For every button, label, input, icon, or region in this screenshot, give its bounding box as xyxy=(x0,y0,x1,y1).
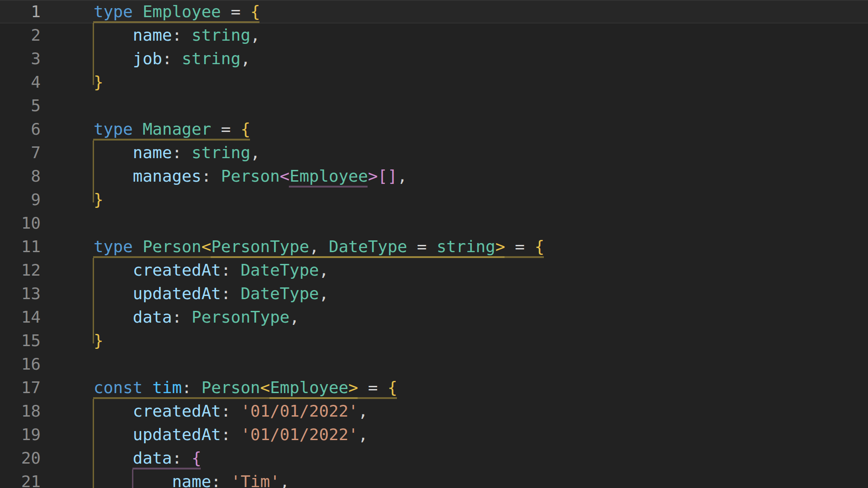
token-op xyxy=(94,49,133,68)
token-ty: string xyxy=(182,49,241,68)
token-op: = xyxy=(407,237,437,256)
token-ty: PersonType xyxy=(211,237,309,256)
line-number[interactable]: 5 xyxy=(0,94,41,117)
code-line-text[interactable]: type Person<PersonType, DateType = strin… xyxy=(94,235,544,258)
line-number[interactable]: 14 xyxy=(0,305,41,329)
code-line-15[interactable]: 15} xyxy=(0,329,868,352)
line-number[interactable]: 1 xyxy=(0,0,41,23)
code-line-text[interactable]: name: string, xyxy=(94,23,260,47)
line-number[interactable]: 21 xyxy=(0,470,41,488)
code-line-1[interactable]: 1type Employee = { xyxy=(0,0,868,23)
code-line-12[interactable]: 12 createdAt: DateType, xyxy=(0,258,868,282)
token-ty: string xyxy=(192,26,250,44)
token-ty: DateType xyxy=(241,284,319,303)
line-number[interactable]: 12 xyxy=(0,258,41,282)
token-b1: { xyxy=(241,120,250,138)
code-line-13[interactable]: 13 updatedAt: DateType, xyxy=(0,282,868,305)
code-line-text[interactable]: } xyxy=(94,188,104,211)
token-op: : xyxy=(211,472,231,488)
token-b1: > xyxy=(349,378,359,397)
line-number[interactable]: 16 xyxy=(0,352,41,376)
token-ty: DateType xyxy=(329,237,407,256)
code-line-4[interactable]: 4} xyxy=(0,70,868,94)
code-editor[interactable]: 1type Employee = {2 name: string,3 job: … xyxy=(0,0,868,488)
code-line-2[interactable]: 2 name: string, xyxy=(0,23,868,47)
code-line-text[interactable]: data: { xyxy=(94,446,201,470)
code-line-text[interactable]: updatedAt: DateType, xyxy=(94,282,329,305)
line-number[interactable]: 4 xyxy=(0,70,41,94)
token-op: , xyxy=(309,237,329,256)
token-b2: >[] xyxy=(368,167,397,185)
code-line-5[interactable]: 5 xyxy=(0,94,868,117)
line-number[interactable]: 11 xyxy=(0,235,41,258)
token-op: = xyxy=(358,378,387,397)
code-line-3[interactable]: 3 job: string, xyxy=(0,47,868,70)
line-number[interactable]: 6 xyxy=(0,117,41,141)
code-line-11[interactable]: 11type Person<PersonType, DateType = str… xyxy=(0,235,868,258)
code-line-8[interactable]: 8 manages: Person<Employee>[], xyxy=(0,164,868,188)
code-line-text[interactable]: } xyxy=(94,329,104,352)
token-str: '01/01/2022' xyxy=(241,402,358,420)
token-op: = xyxy=(221,2,250,21)
line-number[interactable]: 13 xyxy=(0,282,41,305)
token-op xyxy=(133,237,143,256)
token-ty: DateType xyxy=(241,261,319,279)
line-number[interactable]: 10 xyxy=(0,211,41,235)
token-ty: string xyxy=(192,143,250,162)
token-pr: createdAt xyxy=(133,261,221,279)
code-line-text[interactable]: createdAt: DateType, xyxy=(94,258,329,282)
code-line-17[interactable]: 17const tim: Person<Employee> = { xyxy=(0,376,868,399)
token-b1: < xyxy=(201,237,211,256)
line-number[interactable]: 18 xyxy=(0,399,41,423)
line-number[interactable]: 20 xyxy=(0,446,41,470)
token-kw: type xyxy=(94,120,133,138)
code-line-text[interactable]: job: string, xyxy=(94,47,250,70)
token-op: , xyxy=(319,261,329,279)
token-op: , xyxy=(250,143,260,162)
code-line-text[interactable]: name: 'Tim', xyxy=(94,470,290,488)
code-line-20[interactable]: 20 data: { xyxy=(0,446,868,470)
token-ty: string xyxy=(437,237,495,256)
token-op xyxy=(94,284,133,303)
line-number[interactable]: 3 xyxy=(0,47,41,70)
line-number[interactable]: 8 xyxy=(0,164,41,188)
token-op: , xyxy=(290,308,300,326)
token-str: '01/01/2022' xyxy=(241,425,358,444)
token-pr: data xyxy=(133,449,172,467)
line-number[interactable]: 7 xyxy=(0,141,41,164)
code-line-text[interactable]: createdAt: '01/01/2022', xyxy=(94,399,368,423)
token-kw: type xyxy=(94,2,133,21)
code-line-text[interactable]: } xyxy=(94,70,104,94)
code-line-10[interactable]: 10 xyxy=(0,211,868,235)
line-number[interactable]: 2 xyxy=(0,23,41,47)
token-op xyxy=(94,167,133,185)
line-number[interactable]: 19 xyxy=(0,423,41,446)
token-pr: updatedAt xyxy=(133,284,221,303)
code-line-text[interactable]: updatedAt: '01/01/2022', xyxy=(94,423,368,446)
code-line-16[interactable]: 16 xyxy=(0,352,868,376)
token-op: : xyxy=(172,449,191,467)
code-line-6[interactable]: 6type Manager = { xyxy=(0,117,868,141)
token-ty: Person xyxy=(221,167,280,185)
code-line-9[interactable]: 9} xyxy=(0,188,868,211)
code-line-19[interactable]: 19 updatedAt: '01/01/2022', xyxy=(0,423,868,446)
code-line-text[interactable]: name: string, xyxy=(94,141,260,164)
line-number[interactable]: 17 xyxy=(0,376,41,399)
line-number[interactable]: 9 xyxy=(0,188,41,211)
code-line-text[interactable]: manages: Person<Employee>[], xyxy=(94,164,407,188)
code-line-7[interactable]: 7 name: string, xyxy=(0,141,868,164)
code-line-text[interactable]: const tim: Person<Employee> = { xyxy=(94,376,397,399)
token-op xyxy=(94,261,133,279)
code-line-14[interactable]: 14 data: PersonType, xyxy=(0,305,868,329)
token-op: : xyxy=(221,261,241,279)
line-number[interactable]: 15 xyxy=(0,329,41,352)
code-line-21[interactable]: 21 name: 'Tim', xyxy=(0,470,868,488)
token-pr: name xyxy=(172,472,211,488)
token-op: : xyxy=(221,425,241,444)
code-line-text[interactable]: data: PersonType, xyxy=(94,305,299,329)
token-cv: tim xyxy=(152,378,182,397)
code-line-18[interactable]: 18 createdAt: '01/01/2022', xyxy=(0,399,868,423)
code-line-text[interactable]: type Employee = { xyxy=(94,0,260,23)
token-pr: manages xyxy=(133,167,202,185)
code-line-text[interactable]: type Manager = { xyxy=(94,117,250,141)
